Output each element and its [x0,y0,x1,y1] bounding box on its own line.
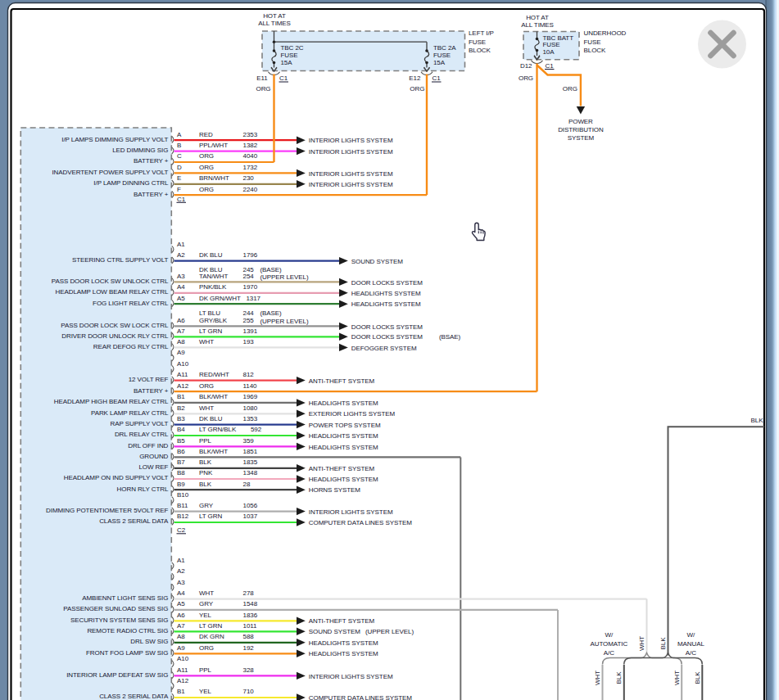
svg-text:DK BLU: DK BLU [199,251,223,259]
svg-text:1317: 1317 [247,295,261,302]
svg-text:FUSE: FUSE [469,38,486,46]
svg-text:A9: A9 [177,644,185,652]
svg-text:10A: 10A [543,48,555,56]
svg-text:INADVERTENT POWER SUPPLY VOLT: INADVERTENT POWER SUPPLY VOLT [52,169,168,176]
svg-text:A3: A3 [177,579,185,586]
svg-text:B5: B5 [177,437,185,445]
svg-text:FRONT FOG LAMP SW SIG: FRONT FOG LAMP SW SIG [86,649,168,657]
svg-text:2240: 2240 [243,186,258,193]
svg-text:DRIVER DOOR UNLOCK RLY CTRL: DRIVER DOOR UNLOCK RLY CTRL [61,332,169,340]
svg-text:AMBIENNT LIGHT SENS SIG: AMBIENNT LIGHT SENS SIG [82,594,168,602]
svg-text:PASSENGER SUNLOAD SENS SIG: PASSENGER SUNLOAD SENS SIG [63,605,168,612]
svg-text:BLK: BLK [199,481,212,488]
svg-text:A5: A5 [177,600,185,607]
svg-text:INTERIOR LIGHTS SYSTEM: INTERIOR LIGHTS SYSTEM [309,148,393,156]
svg-text:W/: W/ [687,631,695,639]
svg-text:1548: 1548 [243,600,258,607]
svg-text:ORG: ORG [199,152,214,160]
svg-text:BLK: BLK [751,417,764,424]
svg-text:DRL RELAY CTRL: DRL RELAY CTRL [115,431,169,438]
svg-text:254: 254 [243,273,255,280]
svg-text:HEADLIGHTS SYSTEM: HEADLIGHTS SYSTEM [309,432,378,440]
svg-text:LOW REF: LOW REF [138,463,168,471]
svg-text:A2: A2 [177,567,185,575]
svg-text:D: D [177,164,182,171]
svg-text:AUTOMATIC: AUTOMATIC [590,640,627,648]
svg-text:(BASE): (BASE) [260,309,283,317]
svg-text:710: 710 [243,688,255,695]
svg-text:HORNS SYSTEM: HORNS SYSTEM [309,486,360,494]
svg-text:PARK LAMP RELAY CTRL: PARK LAMP RELAY CTRL [91,409,169,417]
svg-text:POWER: POWER [568,118,593,125]
svg-text:C: C [177,152,182,160]
svg-text:STEERING CTRL SUPPLY VOLT: STEERING CTRL SUPPLY VOLT [72,256,168,264]
svg-text:1836: 1836 [243,612,258,619]
svg-text:B: B [177,142,181,149]
svg-text:HEADLIGHTS SYSTEM: HEADLIGHTS SYSTEM [309,400,378,407]
svg-text:A: A [177,131,182,138]
svg-text:A1: A1 [177,241,185,248]
svg-text:A4: A4 [177,589,185,597]
svg-text:F: F [177,186,181,193]
svg-text:DRL OFF IND: DRL OFF IND [128,442,168,449]
svg-text:TBC BATT: TBC BATT [543,34,574,42]
svg-text:DOOR LOCKS SYSTEM: DOOR LOCKS SYSTEM [351,323,423,331]
svg-text:SOUND SYSTEM: SOUND SYSTEM [351,258,403,265]
svg-text:BLOCK: BLOCK [584,47,606,54]
svg-text:BRN/WHT: BRN/WHT [199,174,229,182]
svg-text:B7: B7 [177,458,185,466]
svg-text:B2: B2 [177,404,185,412]
svg-text:WHT: WHT [199,589,214,597]
svg-text:RAP SUPPLY VOLT: RAP SUPPLY VOLT [111,420,169,427]
svg-text:SECURITYN SYSTEM SENS SIG: SECURITYN SYSTEM SENS SIG [70,616,168,624]
svg-text:INTERIOR LIGHTS SYSTEM: INTERIOR LIGHTS SYSTEM [309,181,393,188]
svg-text:A10: A10 [177,655,189,662]
svg-text:BLK/WHT: BLK/WHT [199,393,228,400]
svg-text:ALL TIMES: ALL TIMES [521,21,554,29]
svg-text:FUSE: FUSE [543,41,560,48]
svg-text:A12: A12 [177,677,189,684]
svg-text:ORG: ORG [199,186,214,193]
svg-text:DEFOGGER SYSTEM: DEFOGGER SYSTEM [351,345,417,352]
svg-text:C1: C1 [177,196,186,203]
svg-text:HORN RLY CTRL: HORN RLY CTRL [117,485,169,493]
svg-text:B10: B10 [177,491,189,499]
svg-text:C2: C2 [177,526,186,534]
svg-text:1011: 1011 [243,622,258,630]
svg-text:YEL: YEL [199,688,212,695]
svg-text:INTERIOR LIGHTS SYSTEM: INTERIOR LIGHTS SYSTEM [309,170,393,178]
svg-text:INTERIOR LIGHTS SYSTEM: INTERIOR LIGHTS SYSTEM [309,673,393,680]
svg-text:DOOR LOCKS SYSTEM: DOOR LOCKS SYSTEM [351,279,423,287]
svg-text:MANUAL: MANUAL [677,640,704,648]
svg-text:WHT: WHT [199,338,214,345]
svg-text:255: 255 [243,317,255,324]
svg-text:(UPPER LEVEL): (UPPER LEVEL) [260,273,309,281]
svg-text:ORG: ORG [199,382,214,390]
svg-text:PASS DOOR LOCK SW UNLOCK CTRL: PASS DOOR LOCK SW UNLOCK CTRL [52,278,169,285]
svg-text:(UPPER LEVEL): (UPPER LEVEL) [365,628,414,635]
svg-text:A11: A11 [177,666,188,674]
svg-text:15A: 15A [433,59,446,66]
svg-text:812: 812 [243,371,255,378]
svg-text:ORG: ORG [199,164,214,171]
svg-text:B1: B1 [177,393,185,400]
svg-text:DK BLU: DK BLU [199,415,223,422]
svg-text:A5: A5 [177,295,185,302]
svg-text:A4: A4 [177,283,185,291]
svg-text:1056: 1056 [243,502,258,509]
svg-text:DK GRN/WHT: DK GRN/WHT [199,295,241,302]
svg-text:ALL TIMES: ALL TIMES [258,20,291,27]
svg-text:A2: A2 [177,251,185,259]
svg-text:E12: E12 [409,75,421,82]
svg-text:LT GRN: LT GRN [199,622,222,630]
svg-text:DK GRN: DK GRN [199,633,224,640]
svg-text:ORG: ORG [410,85,424,93]
svg-text:DOOR LOCKS SYSTEM: DOOR LOCKS SYSTEM [351,333,423,341]
svg-text:DIMMING POTENTIOMETER 5VOLT RE: DIMMING POTENTIOMETER 5VOLT REF [46,507,168,514]
svg-text:ORG: ORG [199,644,214,652]
svg-text:A8: A8 [177,633,185,640]
svg-text:CLASS 2 SERIAL DATA: CLASS 2 SERIAL DATA [99,517,169,525]
svg-text:B6: B6 [177,448,185,455]
svg-text:4040: 4040 [243,152,258,160]
svg-text:15A: 15A [281,59,293,66]
